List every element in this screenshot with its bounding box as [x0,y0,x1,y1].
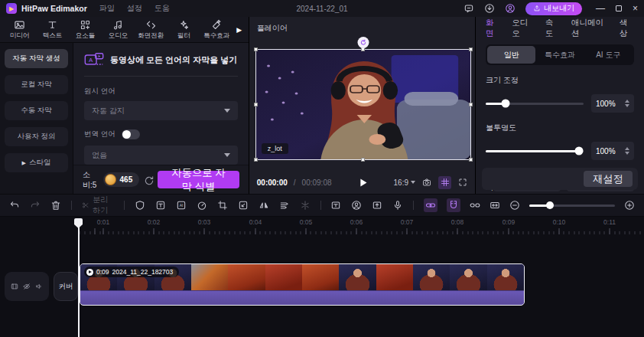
slider-knob[interactable] [501,100,509,108]
coin-icon [105,174,116,185]
undo-button[interactable] [9,200,20,211]
clip-duration: 0:09 [96,268,109,276]
export-clip-button[interactable] [372,200,382,211]
flip-button[interactable] [259,200,269,211]
credits-pill[interactable]: 465 [103,172,140,187]
maximize-button[interactable] [616,5,622,11]
snapshot-button[interactable] [422,178,431,187]
scissors-icon [82,200,89,211]
timeline[interactable]: 0:01 0:02 0:03 0:04 0:05 0:06 0:07 0:08 … [0,217,644,337]
fit-timeline-button[interactable] [490,200,500,211]
freeze-frame-button[interactable] [300,200,311,211]
tab-filter[interactable]: 필터 [168,19,200,41]
close-button[interactable]: × [633,4,638,13]
zoom-in-button[interactable] [624,200,635,211]
tab-audio-props[interactable]: 오디오 [512,18,534,39]
delete-button[interactable] [50,200,61,211]
add-text-button[interactable] [155,200,166,211]
video-preview[interactable]: z_lot [255,49,471,160]
aspect-ratio-select[interactable]: 16:9 [394,178,415,187]
track-type-icon [11,283,18,290]
subtab-ai-tools[interactable]: AI 도구 [584,46,633,64]
stepper-arrows-icon[interactable] [625,100,629,107]
subtab-effects[interactable]: 특수효과 [535,46,584,64]
record-voice-button[interactable] [392,200,403,211]
tab-screen[interactable]: 화면 [486,18,500,39]
export-button[interactable]: 내보내기 [525,2,582,15]
tab-audio[interactable]: 오디오 [102,19,135,41]
grid-button[interactable] [438,176,451,189]
menu-help[interactable]: 도움 [154,3,170,14]
speed-button[interactable] [197,200,207,211]
timeline-clip[interactable]: 0:09 2024_11_22_182703 [80,263,525,306]
player-controls: 00:00:00 / 00:09:08 16:9 [249,171,475,194]
menubar: 파일 설정 도움 [99,3,170,14]
redo-button[interactable] [30,200,41,211]
clip-thumbnail [302,264,339,290]
rotate-button[interactable] [238,200,249,211]
split-button[interactable]: 분리하기 [82,195,114,216]
cost-label: 소비:5 [83,169,99,191]
zoom-out-button[interactable] [509,200,520,211]
tab-speed[interactable]: 속도 [545,18,560,39]
cover-button[interactable]: 커버 [54,272,78,301]
minimize-button[interactable]: — [596,4,605,13]
auto-identify-button[interactable]: 자동으로 자막 식별 [158,171,239,188]
play-button[interactable] [357,177,369,188]
timeline-ruler[interactable]: 0:01 0:02 0:03 0:04 0:05 0:06 0:07 0:08 … [79,218,644,235]
source-language-select[interactable]: 자동 감지 [84,101,238,120]
playhead-line[interactable] [78,218,80,337]
tab-elements[interactable]: 요소들 [69,19,102,41]
crop-button[interactable] [217,200,228,211]
speed-ramp-button[interactable] [279,200,290,211]
previous-frame-button[interactable] [338,178,348,188]
sidebar-item-style[interactable]: ▶스타일 [5,153,68,172]
unlink-clips-button[interactable] [470,200,480,211]
ai-subtitle-button[interactable]: AI [176,200,187,211]
sidebar-item-manual-subtitle[interactable]: 수동 자막 [5,101,68,120]
hide-track-icon[interactable] [23,283,31,290]
tab-animation[interactable]: 애니메이션 [571,18,608,39]
sidebar-item-local-subtitle[interactable]: 로컬 자막 [5,75,68,94]
opacity-slider[interactable] [486,150,584,152]
tab-media[interactable]: 미디어 [3,19,36,41]
timeline-zoom-slider[interactable] [529,204,615,207]
tab-text[interactable]: 텍스트 [36,19,69,41]
tab-color[interactable]: 색상 [620,18,634,39]
opacity-value-field[interactable]: 100% [591,142,634,160]
feedback-icon[interactable] [463,3,475,15]
slider-knob[interactable] [546,201,554,209]
avatar-button[interactable] [351,200,362,211]
fullscreen-button[interactable] [458,178,467,187]
sidebar-item-auto-subtitle[interactable]: 자동 자막 생성 [5,49,68,68]
scale-slider[interactable] [486,103,584,105]
subtitle-button[interactable] [330,200,341,211]
rotate-handle[interactable] [357,37,369,48]
subtab-general[interactable]: 일반 [487,46,535,64]
stepper-arrows-icon[interactable] [625,147,629,155]
expand-arrow-icon: ▶ [22,160,26,166]
mute-track-icon[interactable] [35,283,43,290]
reset-button[interactable]: 재설정 [584,171,633,187]
translate-language-select[interactable]: 없음 [84,146,238,165]
tab-transition[interactable]: 화면전환 [135,19,168,41]
time-separator: / [294,178,296,187]
auto-subtitle-panel: A 동영상에 모든 언어의 자막을 넣기 원시 언어 자동 감지 번역 언어 [73,43,249,194]
menu-file[interactable]: 파일 [99,3,115,14]
download-icon[interactable] [484,3,496,15]
more-tabs-arrow-icon[interactable]: ▶ [233,26,246,34]
snap-magnet-button[interactable] [447,198,460,212]
account-icon[interactable] [505,3,516,15]
ruler-tick-label: 0:03 [198,218,211,226]
translate-toggle[interactable] [122,129,140,139]
mask-button[interactable] [135,200,145,211]
clip-thumbnail [376,264,413,290]
menu-settings[interactable]: 설정 [127,3,142,14]
link-clips-button[interactable] [424,198,437,212]
sidebar-item-custom[interactable]: 사용자 정의 [5,127,68,146]
scale-value-field[interactable]: 100% [591,94,634,113]
refresh-icon[interactable] [144,175,153,185]
slider-knob[interactable] [574,147,583,155]
next-frame-button[interactable] [378,178,388,188]
tab-effects[interactable]: 특수효과 [200,19,233,41]
